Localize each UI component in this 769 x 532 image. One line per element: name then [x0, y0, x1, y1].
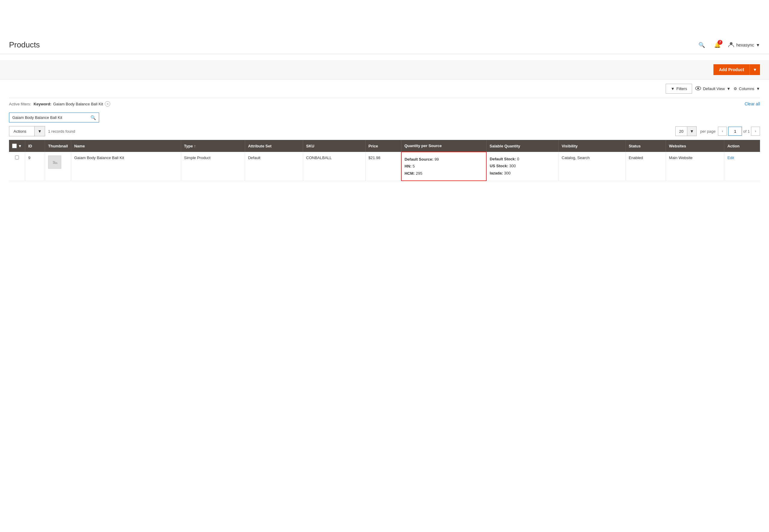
product-table: ▼ ID Thumbnail Name Type ↑ Attribute Set… [9, 140, 760, 181]
filters-row: ▼ Filters Default View ▼ ⚙ Columns ▼ [9, 80, 760, 98]
row-websites: Main Website [666, 152, 724, 181]
row-sku: CONBALBALL [303, 152, 365, 181]
search-submit-button[interactable]: 🔍 [90, 115, 96, 120]
actions-dropdown[interactable]: Actions ▼ [9, 126, 45, 136]
th-price: Price [365, 140, 401, 152]
row-checkbox-cell [9, 152, 25, 181]
user-menu-button[interactable]: hexasync ▼ [728, 41, 760, 49]
row-id: 9 [25, 152, 45, 181]
per-page-arrow-icon: ▼ [687, 127, 696, 136]
search-input-wrapper: 🔍 [9, 113, 99, 122]
view-selector-label: Default View [703, 86, 725, 91]
row-qty-per-source: Default Source: 99HN: 5HCM: 295 [401, 152, 487, 181]
th-action: Action [724, 140, 760, 152]
th-checkbox: ▼ [9, 140, 25, 152]
view-chevron-icon: ▼ [727, 86, 731, 91]
page-of-label: of 1 [743, 129, 750, 134]
search-row: 🔍 [9, 113, 760, 122]
th-attribute-set: Attribute Set [245, 140, 303, 152]
actions-bar: Actions ▼ 1 records found 20 ▼ per page … [9, 126, 760, 136]
filters-button[interactable]: ▼ Filters [666, 84, 692, 94]
pagination-controls: 20 ▼ per page ‹ of 1 › [675, 126, 760, 136]
user-avatar-icon [728, 41, 734, 49]
edit-link[interactable]: Edit [727, 156, 734, 160]
page-title: Products [9, 40, 40, 50]
per-page-selector[interactable]: 20 ▼ [675, 126, 697, 136]
row-salable-qty: Default Stock: 0US Stock: 300lazada: 300 [486, 152, 559, 181]
header-right: 🔍 🔔 7 hexasync ▼ [697, 40, 760, 50]
th-websites: Websites [666, 140, 724, 152]
th-salable-qty: Salable Quantity [486, 140, 559, 152]
columns-button[interactable]: ⚙ Columns ▼ [734, 86, 760, 91]
row-price: $21.98 [365, 152, 401, 181]
table-header-row: ▼ ID Thumbnail Name Type ↑ Attribute Set… [9, 140, 760, 152]
main-toolbar: Add Product ▼ [0, 60, 769, 80]
th-id: ID [25, 140, 45, 152]
per-page-label: per page [700, 129, 716, 134]
keyword-label: Keyword: [34, 102, 51, 106]
row-select-checkbox[interactable] [15, 156, 19, 159]
search-input[interactable] [9, 113, 99, 122]
select-all-checkbox[interactable] [12, 144, 17, 148]
prev-page-button[interactable]: ‹ [718, 127, 727, 136]
row-thumbnail [45, 152, 71, 181]
actions-dropdown-arrow-icon: ▼ [34, 126, 45, 136]
add-product-label: Add Product [713, 64, 749, 75]
funnel-icon: ▼ [671, 86, 675, 91]
add-product-dropdown-arrow-icon[interactable]: ▼ [749, 64, 760, 75]
notification-badge: 7 [718, 40, 722, 45]
svg-point-4 [53, 161, 54, 162]
row-visibility: Catalog, Search [559, 152, 625, 181]
records-found-label: 1 records found [48, 129, 75, 134]
keyword-filter-tag: Keyword: Gaiam Body Balance Ball Kit ✕ [34, 101, 110, 107]
columns-chevron-icon: ▼ [756, 86, 760, 91]
table-row: 9Gaiam Body Balance Ball KitSimple Produ… [9, 152, 760, 181]
eye-icon [695, 86, 701, 91]
notification-button[interactable]: 🔔 7 [712, 40, 722, 50]
svg-point-2 [697, 87, 699, 89]
active-filters-row: Active filters: Keyword: Gaiam Body Bala… [9, 98, 760, 110]
svg-point-0 [730, 42, 732, 45]
th-name: Name [71, 140, 181, 152]
active-filters-label: Active filters: [9, 102, 31, 106]
next-page-button[interactable]: › [751, 127, 760, 136]
row-attribute-set: Default [245, 152, 303, 181]
search-icon: 🔍 [698, 42, 705, 48]
th-type[interactable]: Type ↑ [181, 140, 245, 152]
chevron-left-icon: ‹ [722, 129, 723, 133]
th-status: Status [625, 140, 666, 152]
th-visibility: Visibility [559, 140, 625, 152]
th-thumbnail: Thumbnail [45, 140, 71, 152]
filters-label: Filters [677, 86, 687, 91]
global-search-button[interactable]: 🔍 [697, 40, 707, 50]
select-all-arrow-icon[interactable]: ▼ [18, 144, 22, 148]
row-product-name: Gaiam Body Balance Ball Kit [71, 152, 181, 181]
add-product-button[interactable]: Add Product ▼ [713, 64, 760, 75]
per-page-value: 20 [676, 127, 687, 136]
remove-keyword-filter-button[interactable]: ✕ [105, 101, 110, 107]
row-product-type: Simple Product [181, 152, 245, 181]
user-menu-chevron-icon: ▼ [756, 43, 760, 47]
th-sku: SKU [303, 140, 365, 152]
columns-label: Columns [739, 86, 754, 91]
row-status: Enabled [625, 152, 666, 181]
username-label: hexasync [736, 43, 754, 47]
keyword-value: Gaiam Body Balance Ball Kit [53, 102, 103, 106]
page-number-input[interactable] [728, 127, 742, 136]
row-action: Edit [724, 152, 760, 181]
view-selector-button[interactable]: Default View ▼ [695, 86, 731, 91]
gear-icon: ⚙ [734, 86, 737, 91]
chevron-right-icon: › [755, 129, 756, 133]
clear-all-filters-button[interactable]: Clear all [745, 101, 760, 106]
actions-dropdown-label: Actions [9, 127, 34, 136]
search-submit-icon: 🔍 [90, 115, 96, 120]
page-navigation: ‹ of 1 › [718, 127, 760, 136]
type-sort-icon: ↑ [194, 144, 196, 148]
th-qty-per-source: Quantity per Source [401, 140, 487, 152]
